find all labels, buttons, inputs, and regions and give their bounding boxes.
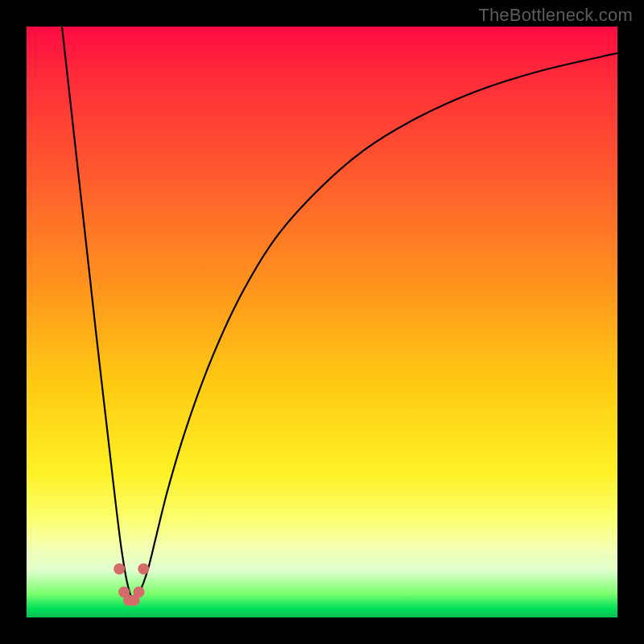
marker-group — [114, 564, 149, 606]
chart-svg — [27, 27, 617, 617]
bottleneck-curve — [62, 27, 617, 601]
curve-marker — [138, 564, 149, 575]
chart-frame: TheBottleneck.com — [0, 0, 644, 644]
curve-marker — [134, 586, 145, 597]
plot-area — [27, 27, 617, 617]
curve-marker — [114, 564, 125, 575]
watermark-text: TheBottleneck.com — [478, 5, 633, 26]
